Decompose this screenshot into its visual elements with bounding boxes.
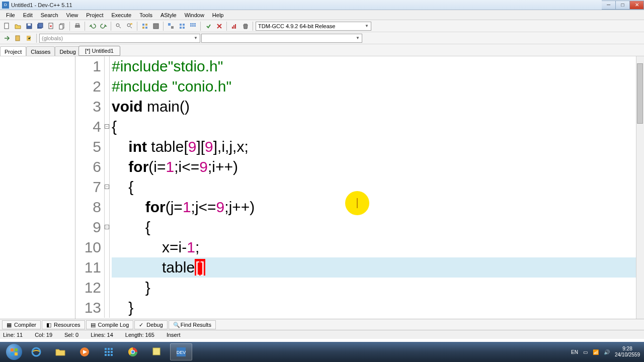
run-icon[interactable]	[151, 21, 161, 31]
compile-icon[interactable]	[140, 21, 150, 31]
cursor-highlight-icon	[345, 191, 369, 215]
log-icon: ▤	[91, 322, 97, 328]
menu-search[interactable]: Search	[37, 11, 62, 19]
bottom-tab-debug[interactable]: ✓Debug	[134, 320, 167, 329]
bottom-tab-find-results[interactable]: 🔍Find Results	[169, 320, 216, 329]
code-line[interactable]: void main()	[112, 97, 644, 117]
taskbar-devcpp-icon[interactable]: DEV	[170, 343, 192, 360]
open-file-icon[interactable]	[13, 21, 23, 31]
tray-network-icon[interactable]: 📶	[593, 349, 599, 355]
bottom-tab-compiler[interactable]: ▦Compiler	[2, 320, 41, 329]
code-line[interactable]: int table[9][9],i,j,x;	[112, 137, 644, 157]
trash-icon[interactable]	[240, 21, 251, 31]
close-file-icon[interactable]	[46, 21, 56, 31]
code-editor[interactable]: 12345678910111213 − − − #include"stdio.h…	[75, 56, 644, 319]
fold-marker-icon[interactable]: −	[105, 124, 109, 129]
function-select[interactable]: ▼	[201, 34, 362, 43]
code-line[interactable]: {	[112, 117, 644, 137]
tab-classes[interactable]: Classes	[26, 46, 55, 56]
goto-bookmark-icon[interactable]	[24, 33, 34, 43]
bookmark-icon[interactable]	[13, 33, 23, 43]
rebuild-all-icon[interactable]	[188, 21, 198, 31]
code-line[interactable]: {	[112, 217, 644, 237]
taskbar-notes-icon[interactable]	[146, 343, 168, 360]
svg-rect-21	[183, 24, 185, 26]
menu-tools[interactable]: Tools	[135, 11, 156, 19]
tray-lang[interactable]: EN	[571, 349, 578, 355]
redo-icon[interactable]	[99, 21, 109, 31]
code-body[interactable]: #include"stdio.h"#include "conio.h"void …	[110, 56, 644, 318]
close-all-icon[interactable]	[57, 21, 67, 31]
menu-window[interactable]: Window	[181, 11, 208, 19]
save-all-icon[interactable]	[35, 21, 45, 31]
vertical-scrollbar[interactable]	[636, 56, 644, 319]
tab-debug[interactable]: Debug	[55, 46, 80, 56]
bottom-tab-resources[interactable]: ◧Resources	[42, 320, 85, 329]
code-line[interactable]: }	[112, 298, 644, 318]
taskbar-ie-icon[interactable]	[25, 343, 47, 360]
fold-marker-icon[interactable]: −	[105, 225, 109, 229]
code-line[interactable]: x=i-1;	[112, 237, 644, 257]
save-icon[interactable]	[24, 21, 34, 31]
maximize-button[interactable]: □	[616, 1, 630, 10]
code-line[interactable]: #include "conio.h"	[112, 76, 644, 97]
code-line[interactable]: table[]	[112, 257, 644, 278]
find-icon[interactable]	[114, 21, 124, 31]
new-file-icon[interactable]	[2, 21, 12, 31]
stop-icon[interactable]	[214, 21, 224, 31]
globals-select[interactable]: (globals) ▼	[39, 34, 200, 43]
taskbar-chrome-icon[interactable]	[122, 343, 144, 360]
tray-volume-icon[interactable]: 🔊	[604, 349, 610, 355]
minimize-button[interactable]: ─	[602, 1, 616, 10]
code-line[interactable]: }	[112, 278, 644, 298]
compiler-select-value: TDM-GCC 4.9.2 64-bit Release	[258, 23, 335, 29]
taskbar-apps-icon[interactable]	[98, 343, 120, 360]
toolbar-secondary: (globals) ▼ ▼	[0, 32, 644, 44]
code-line[interactable]: for(j=1;j<=9;j++)	[112, 197, 644, 217]
print-icon[interactable]	[72, 21, 83, 31]
profile-icon[interactable]	[229, 21, 239, 31]
menu-edit[interactable]: Edit	[19, 11, 37, 19]
side-panel[interactable]	[0, 56, 75, 319]
code-line[interactable]: #include"stdio.h"	[112, 56, 644, 76]
menu-astyle[interactable]: AStyle	[156, 11, 181, 19]
svg-rect-43	[108, 348, 110, 350]
svg-rect-0	[5, 23, 9, 29]
close-button[interactable]: ✕	[630, 1, 644, 10]
fold-marker-icon[interactable]: −	[105, 185, 109, 189]
taskbar-media-icon[interactable]	[73, 343, 96, 360]
globals-select-value: (globals)	[42, 35, 63, 41]
file-tabs: [*] Untitled1	[78, 44, 120, 56]
menu-view[interactable]: View	[62, 11, 83, 19]
start-button[interactable]	[4, 342, 24, 362]
compiler-select[interactable]: TDM-GCC 4.9.2 64-bit Release ▼	[256, 22, 371, 31]
rebuild-icon[interactable]	[177, 21, 187, 31]
replace-icon[interactable]	[125, 21, 135, 31]
scrollbar-thumb[interactable]	[637, 63, 643, 124]
goto-icon[interactable]	[2, 33, 12, 43]
undo-icon[interactable]	[88, 21, 98, 31]
bottom-tabs: ▦Compiler ◧Resources ▤Compile Log ✓Debug…	[0, 319, 644, 330]
tab-project[interactable]: Project	[0, 46, 26, 56]
tray-clock[interactable]: 9:28 24/10/2559	[615, 346, 640, 358]
svg-rect-45	[105, 351, 107, 353]
svg-rect-22	[180, 27, 182, 29]
code-line[interactable]: {	[112, 177, 644, 197]
menu-project[interactable]: Project	[82, 11, 107, 19]
tray-date: 24/10/2559	[615, 352, 640, 358]
menu-file[interactable]: File	[2, 11, 19, 19]
fold-gutter[interactable]: − − −	[105, 56, 110, 318]
bottom-tab-compile-log[interactable]: ▤Compile Log	[86, 320, 134, 329]
menu-execute[interactable]: Execute	[107, 11, 135, 19]
menu-help[interactable]: Help	[208, 11, 228, 19]
code-line[interactable]: for(i=1;i<=9;i++)	[112, 157, 644, 177]
taskbar-explorer-icon[interactable]	[49, 343, 71, 360]
svg-rect-13	[142, 24, 144, 26]
svg-rect-34	[16, 36, 20, 41]
file-tab-untitled1[interactable]: [*] Untitled1	[78, 46, 120, 56]
tray-time: 9:28	[615, 346, 640, 352]
tray-flag-icon[interactable]: ▭	[583, 349, 588, 355]
debug-icon[interactable]	[203, 21, 213, 31]
titlebar: D Untitled1 - Dev-C++ 5.11 ─ □ ✕	[0, 0, 644, 10]
compile-run-icon[interactable]	[166, 21, 176, 31]
